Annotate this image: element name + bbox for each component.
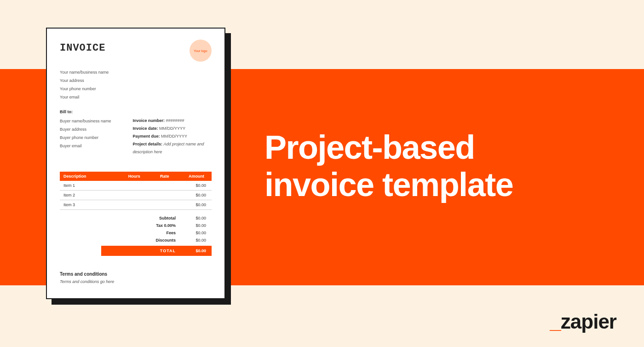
cell-description: Item 2 [60,191,121,200]
subtotal-value: $0.00 [187,216,212,220]
table-row: Item 1 $0.00 [60,181,212,191]
invoice-date-label: Invoice date: [132,126,158,131]
total-value: $0.00 [187,249,212,253]
total-label: TOTAL [136,249,187,253]
payment-due-label: Payment due: [132,134,160,139]
sender-block: Your name/business name Your address You… [60,68,212,101]
table-row: Item 3 $0.00 [60,200,212,210]
terms-body: Terms and conditions go here [60,279,212,284]
discounts-label: Discounts [136,238,187,243]
terms-section: Terms and conditions Terms and condition… [60,272,212,284]
invoice-number-value: ######## [166,118,184,123]
sender-address: Your address [60,76,212,85]
col-description: Description [60,172,121,181]
col-rate: Rate [148,172,181,181]
cell-amount: $0.00 [181,181,212,191]
invoice-date-value: MM/DD/YYYY [159,126,185,131]
invoice-meta: Invoice number: ######## Invoice date: M… [132,117,212,156]
cell-description: Item 1 [60,181,121,191]
buyer-address: Buyer address [60,125,132,133]
invoice-number-label: Invoice number: [132,118,165,123]
headline-line-1: Project-based [264,129,513,166]
payment-due-value: MM/DD/YYYY [161,134,187,139]
discounts-value: $0.00 [187,238,212,243]
total-row: TOTAL $0.00 [101,246,212,256]
buyer-email: Buyer email [60,142,132,150]
table-header-row: Description Hours Rate Amount [60,172,212,181]
buyer-block: Buyer name/business name Buyer address B… [60,117,132,156]
headline-line-2: invoice template [264,166,513,203]
table-row: Item 2 $0.00 [60,191,212,200]
logo-placeholder-text: Your logo [194,49,207,52]
col-amount: Amount [181,172,212,181]
col-hours: Hours [121,172,148,181]
brand-underscore-icon: _ [550,310,560,333]
buyer-phone: Buyer phone number [60,133,132,142]
cell-amount: $0.00 [181,200,212,210]
brand-text: zapier [561,310,616,333]
invoice-title: INVOICE [60,42,105,54]
line-items-table: Description Hours Rate Amount Item 1 $0.… [60,172,212,210]
buyer-name: Buyer name/business name [60,117,132,125]
bill-to-label: Bill to: [60,110,212,114]
cell-amount: $0.00 [181,191,212,200]
project-details-label: Project details: [132,142,162,146]
logo-placeholder: Your logo [190,40,212,62]
terms-title: Terms and conditions [60,272,212,277]
headline: Project-based invoice template [264,129,513,203]
sender-name: Your name/business name [60,68,212,76]
sender-email: Your email [60,93,212,101]
brand-logo: _zapier [550,310,616,333]
tax-label: Tax 0.00% [136,223,187,228]
summary-block: Subtotal$0.00 Tax 0.00%$0.00 Fees$0.00 D… [60,214,212,256]
subtotal-label: Subtotal [136,216,187,220]
cell-description: Item 3 [60,200,121,210]
bill-to-section: Bill to: Buyer name/business name Buyer … [60,110,212,156]
fees-label: Fees [136,231,187,235]
tax-value: $0.00 [187,223,212,228]
invoice-card: INVOICE Your logo Your name/business nam… [46,28,225,299]
sender-phone: Your phone number [60,85,212,93]
fees-value: $0.00 [187,231,212,235]
